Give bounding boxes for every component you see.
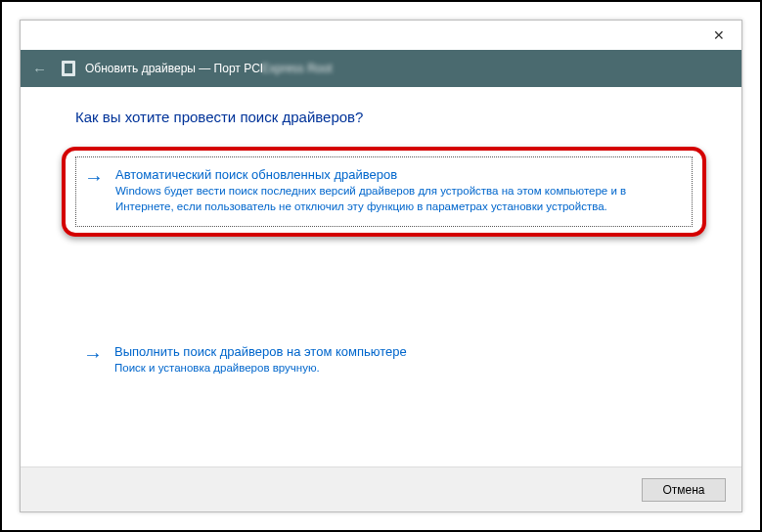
content-area: Как вы хотите провести поиск драйверов? … <box>21 87 741 466</box>
close-button[interactable]: ✕ <box>696 21 741 50</box>
option-auto-body: Автоматический поиск обновленных драйвер… <box>115 167 680 214</box>
dialog-footer: Отмена <box>21 466 741 511</box>
option-auto-title: Автоматический поиск обновленных драйвер… <box>115 167 680 182</box>
device-icon <box>62 61 75 76</box>
dialog-window: ✕ ← Обновить драйверы — Порт PCI Express… <box>20 20 742 512</box>
back-arrow-icon[interactable]: ← <box>32 61 52 77</box>
option-auto-description: Windows будет вести поиск последних верс… <box>115 184 680 214</box>
option-manual-description: Поиск и установка драйверов вручную. <box>114 361 681 377</box>
arrow-right-icon: → <box>84 167 104 214</box>
option-manual-search[interactable]: → Выполнить поиск драйверов на этом комп… <box>75 334 693 388</box>
wizard-title: Обновить драйверы — Порт PCI Express Roo… <box>85 62 333 75</box>
page-heading: Как вы хотите провести поиск драйверов? <box>75 109 693 125</box>
option-manual-title: Выполнить поиск драйверов на этом компью… <box>114 344 681 359</box>
close-icon: ✕ <box>713 27 725 43</box>
option-auto-search[interactable]: → Автоматический поиск обновленных драйв… <box>75 156 693 227</box>
option-manual-body: Выполнить поиск драйверов на этом компью… <box>114 344 681 377</box>
cancel-button[interactable]: Отмена <box>642 478 726 502</box>
arrow-right-icon: → <box>83 344 103 377</box>
wizard-header: ← Обновить драйверы — Порт PCI Express R… <box>21 50 741 87</box>
highlighted-option-container: → Автоматический поиск обновленных драйв… <box>75 156 693 227</box>
titlebar: ✕ <box>21 21 741 50</box>
